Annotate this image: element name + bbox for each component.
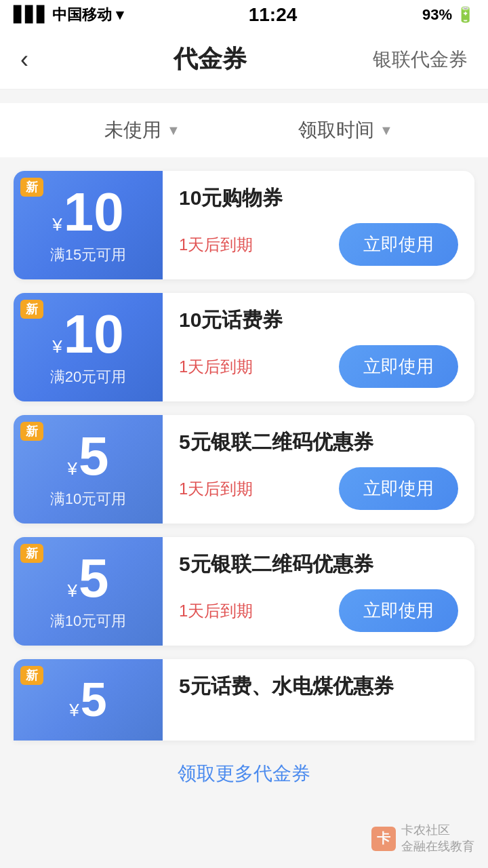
coupon-expire: 1天后到期: [179, 234, 253, 256]
coupon-value: 10: [64, 307, 124, 361]
carrier-name: 中国移动: [52, 5, 112, 25]
status-filter[interactable]: 未使用 ▼: [41, 117, 244, 143]
coupon-bottom: 1天后到期 立即使用: [179, 589, 458, 632]
coupon-right-panel: 5元话费、水电煤优惠券: [163, 659, 474, 741]
currency-symbol: ¥: [52, 336, 62, 357]
coupon-left-panel: 新 ¥ 5 满10元可用: [14, 415, 163, 524]
currency-symbol: ¥: [69, 700, 79, 721]
coupon-item: 新 ¥ 10 满15元可用 10元购物券 1天后到期 立即使用: [14, 171, 474, 279]
wifi-icon: ▾: [116, 6, 123, 24]
page-title: 代金券: [61, 43, 359, 76]
coupon-expire: 1天后到期: [179, 478, 253, 500]
coupon-value: 5: [79, 429, 109, 484]
status-right: 93% 🔋: [422, 6, 474, 24]
use-coupon-button[interactable]: 立即使用: [339, 223, 458, 266]
currency-symbol: ¥: [68, 580, 77, 601]
back-button[interactable]: ‹: [20, 45, 61, 74]
coupon-amount: ¥ 5: [68, 551, 109, 606]
unionpay-action[interactable]: 银联代金券: [359, 47, 468, 73]
coupon-left-panel: 新 ¥ 5 满10元可用: [14, 537, 163, 646]
sort-filter-arrow: ▼: [380, 123, 393, 138]
coupon-left-panel: 新 ¥ 10 满15元可用: [14, 171, 163, 279]
coupon-amount: ¥ 10: [52, 307, 123, 361]
coupon-name: 5元银联二维码优惠券: [179, 429, 458, 456]
coupon-right-panel: 5元银联二维码优惠券 1天后到期 立即使用: [163, 415, 474, 524]
coupon-amount: ¥ 5: [68, 429, 109, 484]
coupon-left-panel: 新 ¥ 10 满20元可用: [14, 293, 163, 401]
header: ‹ 代金券 银联代金券: [0, 30, 488, 90]
battery-icon: 🔋: [456, 6, 474, 24]
coupon-value: 5: [81, 676, 107, 724]
use-coupon-button[interactable]: 立即使用: [339, 467, 458, 510]
new-badge: 新: [20, 300, 43, 319]
coupon-item: 新 ¥ 5 满10元可用 5元银联二维码优惠券 1天后到期 立即使用: [14, 415, 474, 524]
coupon-value: 5: [79, 551, 109, 606]
coupon-condition: 满20元可用: [50, 367, 126, 387]
watermark: 卡 卡农社区 金融在线教育: [371, 823, 474, 854]
battery-percent: 93%: [422, 6, 452, 24]
coupon-bottom: 1天后到期 立即使用: [179, 345, 458, 388]
coupon-left-panel: 新 ¥ 5: [14, 659, 163, 741]
coupon-name: 5元话费、水电煤优惠券: [179, 673, 458, 701]
currency-symbol: ¥: [52, 214, 62, 235]
status-filter-arrow: ▼: [167, 123, 180, 138]
coupon-name: 10元购物券: [179, 184, 458, 212]
new-badge: 新: [20, 544, 43, 563]
status-filter-label: 未使用: [104, 117, 161, 143]
coupon-expire: 1天后到期: [179, 356, 253, 378]
status-bar: ▋▋▋ 中国移动 ▾ 11:24 93% 🔋: [0, 0, 488, 30]
get-more-coupons-link[interactable]: 领取更多代金券: [0, 741, 488, 800]
watermark-text: 卡农社区 金融在线教育: [401, 823, 474, 854]
coupon-name: 5元银联二维码优惠券: [179, 551, 458, 578]
status-time: 11:24: [249, 4, 298, 26]
coupon-condition: 满15元可用: [50, 245, 126, 265]
coupon-bottom: 1天后到期 立即使用: [179, 467, 458, 510]
status-left: ▋▋▋ 中国移动 ▾: [14, 5, 123, 25]
sort-filter-label: 领取时间: [298, 117, 374, 143]
coupon-value: 10: [64, 185, 124, 239]
filter-bar: 未使用 ▼ 领取时间 ▼: [0, 103, 488, 157]
coupon-right-panel: 10元购物券 1天后到期 立即使用: [163, 171, 474, 279]
coupon-item: 新 ¥ 5 满10元可用 5元银联二维码优惠券 1天后到期 立即使用: [14, 537, 474, 646]
watermark-icon: 卡: [371, 827, 396, 851]
signal-icon: ▋▋▋: [14, 6, 48, 24]
new-badge: 新: [20, 422, 43, 441]
watermark-line1: 卡农社区: [401, 823, 474, 838]
coupon-amount: ¥ 10: [52, 185, 123, 239]
new-badge: 新: [20, 666, 43, 685]
coupon-condition: 满10元可用: [50, 489, 126, 509]
coupon-amount: ¥ 5: [69, 676, 106, 724]
currency-symbol: ¥: [68, 458, 77, 479]
coupon-right-panel: 10元话费券 1天后到期 立即使用: [163, 293, 474, 401]
use-coupon-button[interactable]: 立即使用: [339, 589, 458, 632]
new-badge: 新: [20, 178, 43, 197]
coupon-bottom: 1天后到期 立即使用: [179, 223, 458, 266]
coupon-right-panel: 5元银联二维码优惠券 1天后到期 立即使用: [163, 537, 474, 646]
coupon-expire: 1天后到期: [179, 600, 253, 622]
coupon-item-partial: 新 ¥ 5 5元话费、水电煤优惠券: [14, 659, 474, 741]
sort-filter[interactable]: 领取时间 ▼: [244, 117, 447, 143]
use-coupon-button[interactable]: 立即使用: [339, 345, 458, 388]
coupon-list: 新 ¥ 10 满15元可用 10元购物券 1天后到期 立即使用 新 ¥ 10 满…: [0, 171, 488, 741]
watermark-line2: 金融在线教育: [401, 839, 474, 854]
coupon-condition: 满10元可用: [50, 611, 126, 631]
coupon-name: 10元话费券: [179, 307, 458, 334]
coupon-item: 新 ¥ 10 满20元可用 10元话费券 1天后到期 立即使用: [14, 293, 474, 401]
